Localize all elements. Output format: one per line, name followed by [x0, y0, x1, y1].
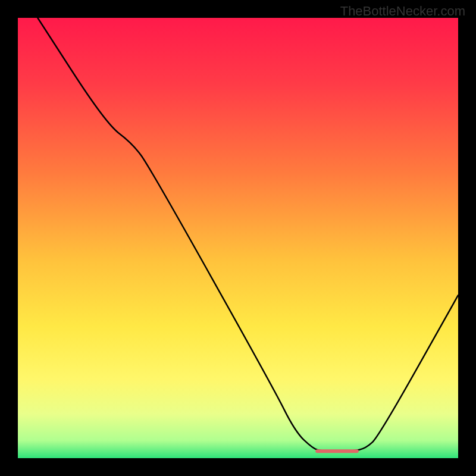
plot-background [18, 18, 458, 458]
bottleneck-chart [0, 0, 476, 476]
plot-bottom-border [0, 458, 476, 476]
plot-left-border [0, 0, 18, 476]
watermark-text: TheBottleNecker.com [340, 4, 465, 19]
